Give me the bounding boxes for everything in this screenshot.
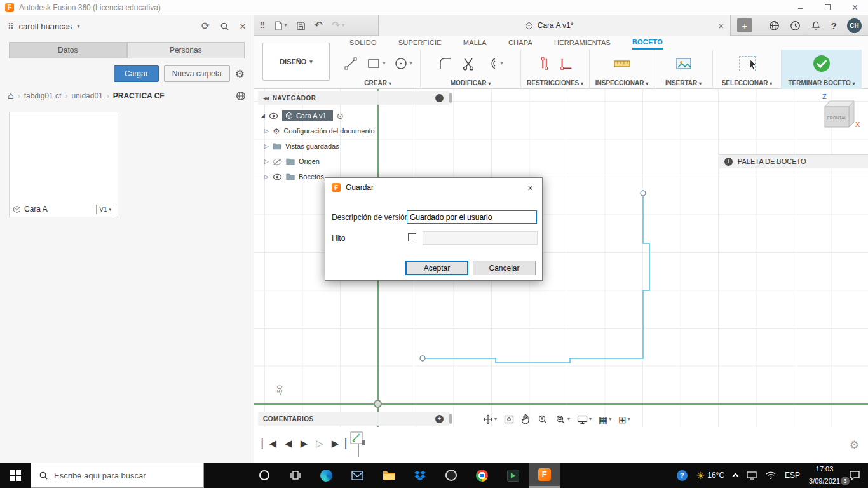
step-forward-icon[interactable] — [316, 438, 323, 448]
vertical-constraint-icon[interactable] — [538, 56, 552, 71]
weather-widget[interactable]: 16°C — [692, 463, 729, 488]
chrome-icon[interactable] — [466, 463, 498, 488]
dialog-close-icon[interactable] — [525, 183, 536, 193]
group-label-inspeccionar[interactable]: INSPECCIONAR — [590, 79, 654, 86]
job-status-globe-icon[interactable] — [769, 20, 780, 31]
group-label-restricciones[interactable]: RESTRICCIONES — [521, 79, 589, 86]
timeline-sketch-marker[interactable] — [349, 431, 371, 459]
group-label-crear[interactable]: CREAR — [336, 79, 420, 86]
orbit-tool[interactable] — [483, 414, 497, 424]
display-settings[interactable] — [577, 415, 592, 424]
fillet-tool-icon[interactable] — [438, 56, 453, 71]
ribbon-tab-boceto[interactable]: BOCETO — [632, 36, 663, 50]
globe-icon[interactable] — [236, 91, 246, 101]
refresh-icon[interactable] — [201, 21, 210, 31]
new-folder-button[interactable]: Nueva carpeta — [164, 65, 230, 82]
timeline-settings-gear-icon[interactable] — [850, 440, 859, 451]
milestone-checkbox[interactable] — [408, 233, 416, 241]
fusion-taskbar-icon[interactable]: F — [529, 463, 560, 488]
save-icon[interactable] — [296, 21, 306, 30]
expand-icon[interactable] — [264, 174, 269, 180]
action-center-icon[interactable]: 3 — [844, 463, 868, 488]
offset-tool[interactable] — [484, 56, 503, 71]
sketch-palette-header[interactable]: + PALETA DE BOCETO — [719, 154, 868, 168]
dialog-title-bar[interactable]: F Guardar — [325, 178, 542, 197]
dropbox-icon[interactable] — [404, 463, 435, 488]
workspace-selector[interactable]: DISEÑO — [262, 43, 330, 81]
panel-scrollbar[interactable] — [449, 93, 452, 103]
expand-icon[interactable] — [261, 113, 265, 119]
expand-icon[interactable] — [264, 159, 269, 165]
go-to-start-icon[interactable] — [262, 438, 276, 448]
line-tool-icon[interactable] — [343, 56, 358, 71]
zoom-icon[interactable] — [538, 414, 548, 424]
new-tab-button[interactable] — [737, 18, 752, 32]
activate-component-icon[interactable] — [337, 112, 344, 120]
start-button[interactable] — [0, 463, 31, 488]
eye-off-icon[interactable] — [273, 158, 282, 165]
group-label-modificar[interactable]: MODIFICAR — [421, 79, 520, 86]
ribbon-tab-chapa[interactable]: CHAPA — [508, 36, 532, 50]
media-app-icon[interactable] — [498, 463, 529, 488]
ribbon-tab-superficie[interactable]: SUPERFICIE — [398, 36, 442, 50]
tree-row-settings[interactable]: Configuración del documento — [264, 124, 375, 138]
tray-expand-icon[interactable] — [729, 463, 742, 488]
tab-datos[interactable]: Datos — [9, 42, 127, 58]
expand-panel-icon[interactable]: + — [435, 415, 444, 423]
support-icon[interactable]: ? — [672, 463, 692, 488]
tree-row-origin[interactable]: Origen — [264, 154, 320, 168]
design-card[interactable]: Cara A V1 — [9, 112, 118, 217]
go-to-end-icon[interactable] — [332, 438, 346, 448]
task-view-icon[interactable] — [280, 463, 311, 488]
viewports-settings[interactable] — [618, 415, 630, 424]
breadcrumb-item[interactable]: fabdig01 cf — [24, 92, 62, 100]
language-indicator[interactable]: ESP — [780, 463, 804, 488]
version-dropdown[interactable]: V1 — [96, 205, 114, 214]
display-tray-icon[interactable] — [742, 463, 761, 488]
zoom-window-tool[interactable] — [555, 414, 570, 424]
help-icon[interactable] — [831, 21, 837, 30]
rectangle-tool[interactable] — [366, 56, 385, 71]
look-at-icon[interactable] — [504, 415, 514, 424]
minimize-button[interactable] — [798, 3, 803, 12]
group-label-terminar-boceto[interactable]: TERMINAR BOCETO — [782, 79, 862, 86]
step-back-icon[interactable] — [285, 438, 292, 448]
document-tab[interactable]: Cara A v1* — [378, 15, 731, 36]
version-description-input[interactable] — [407, 210, 537, 224]
ribbon-tab-herramientas[interactable]: HERRAMIENTAS — [554, 36, 611, 50]
maximize-button[interactable] — [825, 4, 831, 10]
trim-scissors-icon[interactable] — [461, 56, 476, 71]
viewcube-face-label[interactable]: FRONTAL — [825, 107, 849, 128]
search-icon[interactable] — [220, 22, 229, 31]
settings-gear-icon[interactable] — [235, 69, 245, 79]
minimize-panel-icon[interactable]: – — [435, 94, 444, 102]
viewcube[interactable]: Z FRONTAL X — [817, 93, 862, 132]
user-name[interactable]: caroll huancas — [19, 22, 72, 31]
undo-icon[interactable] — [315, 20, 323, 30]
expand-icon[interactable] — [264, 128, 269, 134]
app-grid-icon[interactable] — [8, 22, 14, 30]
accept-button[interactable]: Aceptar — [405, 261, 468, 275]
circle-app-icon[interactable] — [435, 463, 466, 488]
sketch-point[interactable] — [420, 356, 425, 361]
eye-icon[interactable] — [269, 112, 278, 119]
cortana-icon[interactable] — [248, 463, 280, 488]
grid-settings[interactable] — [599, 415, 611, 424]
origin-point[interactable] — [374, 400, 382, 408]
notifications-bell-icon[interactable] — [811, 20, 821, 31]
collapse-panel-icon[interactable] — [263, 96, 268, 100]
panel-scrollbar[interactable] — [449, 414, 452, 424]
eye-icon[interactable] — [273, 173, 282, 180]
wifi-icon[interactable] — [761, 463, 780, 488]
tab-personas[interactable]: Personas — [127, 42, 245, 58]
coincident-constraint-icon[interactable] — [559, 56, 573, 71]
tree-row-named-views[interactable]: Vistas guardadas — [264, 139, 339, 153]
cancel-button[interactable]: Cancelar — [473, 261, 536, 275]
play-icon[interactable] — [301, 438, 308, 448]
expand-icon[interactable] — [264, 144, 269, 149]
clock-icon[interactable] — [790, 20, 801, 31]
redo-button[interactable] — [332, 20, 344, 30]
mail-icon[interactable] — [342, 463, 373, 488]
breadcrumb-item[interactable]: unidad01 — [71, 92, 102, 100]
circle-tool[interactable] — [393, 56, 412, 71]
